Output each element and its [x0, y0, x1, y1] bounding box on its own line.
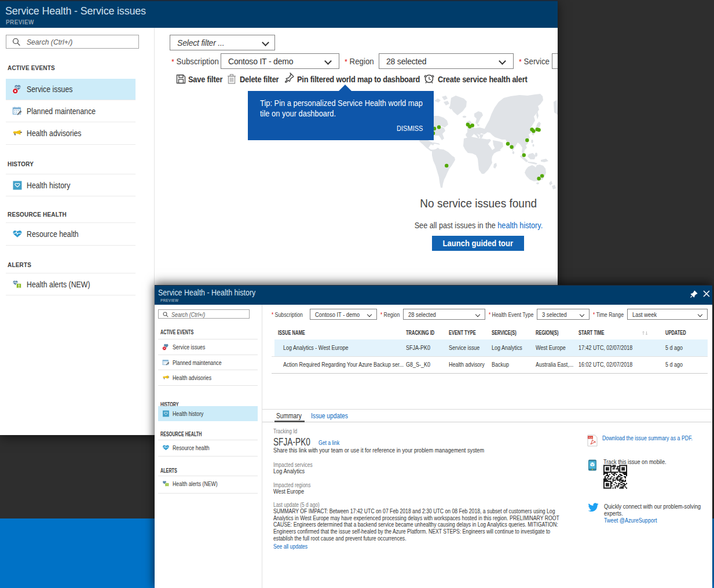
svg-text:PDF: PDF [588, 437, 593, 439]
